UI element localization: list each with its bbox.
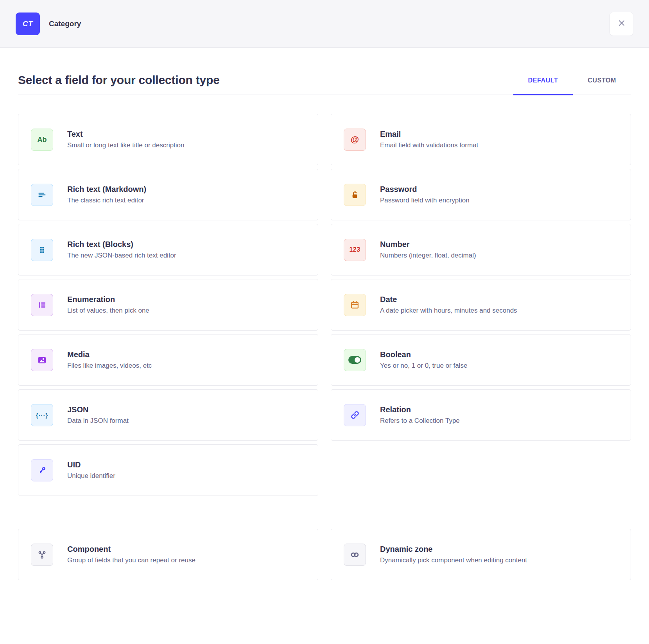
field-card-title: Enumeration bbox=[67, 295, 149, 304]
at-glyph: @ bbox=[351, 134, 359, 145]
advanced-field-grid: Component Group of fields that you can r… bbox=[18, 529, 631, 580]
field-card-description: Data in JSON format bbox=[67, 417, 129, 425]
lock-open-icon bbox=[344, 184, 366, 206]
field-card-title: Component bbox=[67, 545, 195, 554]
field-card-description: Files like images, videos, etc bbox=[67, 362, 152, 370]
blocks-dots-icon bbox=[31, 239, 53, 261]
field-card-component[interactable]: Component Group of fields that you can r… bbox=[18, 529, 318, 580]
field-card-description: The classic rich text editor bbox=[67, 197, 146, 204]
relation-link-icon bbox=[344, 404, 366, 426]
media-image-icon bbox=[31, 349, 53, 371]
number-123-icon: 123 bbox=[344, 239, 366, 261]
field-card-description: Dynamically pick component when editing … bbox=[380, 556, 527, 564]
field-card-description: Yes or no, 1 or 0, true or false bbox=[380, 362, 467, 370]
field-card-title: Rich text (Markdown) bbox=[67, 185, 146, 194]
ab-glyph: Ab bbox=[38, 136, 47, 144]
field-card-description: List of values, then pick one bbox=[67, 307, 149, 315]
field-card-uid[interactable]: UID Unique identifier bbox=[18, 444, 318, 496]
component-branch-icon bbox=[31, 544, 53, 566]
field-card-number[interactable]: 123 Number Numbers (integer, float, deci… bbox=[331, 224, 631, 275]
close-icon bbox=[617, 18, 626, 29]
close-button[interactable] bbox=[610, 12, 633, 36]
field-card-title: Media bbox=[67, 350, 152, 359]
enumeration-list-icon bbox=[31, 294, 53, 316]
field-card-relation[interactable]: Relation Refers to a Collection Type bbox=[331, 389, 631, 441]
email-at-icon: @ bbox=[344, 129, 366, 151]
field-card-title: Number bbox=[380, 240, 476, 249]
field-grid-left-column: Ab Text Small or long text like title or… bbox=[18, 114, 318, 496]
modal-body: Select a field for your collection type … bbox=[0, 48, 649, 580]
field-card-title: UID bbox=[67, 460, 115, 469]
field-card-title: Text bbox=[67, 130, 185, 139]
field-card-text[interactable]: Ab Text Small or long text like title or… bbox=[18, 114, 318, 165]
field-card-date[interactable]: Date A date picker with hours, minutes a… bbox=[331, 279, 631, 331]
field-card-description: A date picker with hours, minutes and se… bbox=[380, 307, 517, 315]
page-title: Select a field for your collection type bbox=[18, 73, 220, 95]
field-card-password[interactable]: Password Password field with encryption bbox=[331, 169, 631, 220]
calendar-icon bbox=[344, 294, 366, 316]
field-card-title: Dynamic zone bbox=[380, 545, 527, 554]
field-card-description: Unique identifier bbox=[67, 472, 115, 480]
uid-key-icon bbox=[31, 459, 53, 481]
field-card-boolean[interactable]: Boolean Yes or no, 1 or 0, true or false bbox=[331, 334, 631, 386]
field-grid: Ab Text Small or long text like title or… bbox=[18, 114, 631, 496]
field-card-json[interactable]: {···} JSON Data in JSON format bbox=[18, 389, 318, 441]
collection-type-name: Category bbox=[49, 20, 81, 28]
field-card-media[interactable]: Media Files like images, videos, etc bbox=[18, 334, 318, 386]
field-card-email[interactable]: @ Email Email field with validations for… bbox=[331, 114, 631, 165]
field-card-title: Boolean bbox=[380, 350, 467, 359]
field-card-title: Relation bbox=[380, 405, 460, 414]
json-braces-icon: {···} bbox=[31, 404, 53, 426]
braces-glyph: {···} bbox=[36, 412, 48, 419]
field-card-description: Group of fields that you can repeat or r… bbox=[67, 556, 195, 564]
field-card-description: Password field with encryption bbox=[380, 197, 470, 204]
modal-header: CT Category bbox=[0, 0, 649, 48]
field-grid-right-column: @ Email Email field with validations for… bbox=[331, 114, 631, 441]
boolean-toggle-icon bbox=[344, 349, 366, 371]
field-card-dynamic-zone[interactable]: Dynamic zone Dynamically pick component … bbox=[331, 529, 631, 580]
field-card-richtext-markdown[interactable]: Rich text (Markdown) The classic rich te… bbox=[18, 169, 318, 220]
field-card-enumeration[interactable]: Enumeration List of values, then pick on… bbox=[18, 279, 318, 331]
field-card-description: Email field with validations format bbox=[380, 141, 478, 149]
toggle-on-glyph bbox=[348, 356, 361, 364]
field-card-title: Date bbox=[380, 295, 517, 304]
dynamic-zone-infinity-icon bbox=[344, 544, 366, 566]
field-card-description: The new JSON-based rich text editor bbox=[67, 252, 176, 259]
field-card-title: Password bbox=[380, 185, 470, 194]
title-row: Select a field for your collection type … bbox=[18, 73, 631, 95]
tab-bar: DEFAULT CUSTOM bbox=[513, 77, 631, 95]
collection-type-badge: CT bbox=[16, 13, 40, 35]
tab-default[interactable]: DEFAULT bbox=[513, 77, 573, 95]
field-card-richtext-blocks[interactable]: Rich text (Blocks) The new JSON-based ri… bbox=[18, 224, 318, 275]
field-card-description: Small or long text like title or descrip… bbox=[67, 141, 185, 149]
field-card-description: Numbers (integer, float, decimal) bbox=[380, 252, 476, 259]
field-card-title: JSON bbox=[67, 405, 129, 414]
field-card-title: Rich text (Blocks) bbox=[67, 240, 176, 249]
collection-type-badge-label: CT bbox=[23, 20, 33, 28]
text-field-icon: Ab bbox=[31, 129, 53, 151]
field-card-description: Refers to a Collection Type bbox=[380, 417, 460, 425]
tab-custom[interactable]: CUSTOM bbox=[573, 77, 631, 95]
number-glyph: 123 bbox=[349, 246, 360, 253]
markdown-lines-icon bbox=[31, 184, 53, 206]
field-card-title: Email bbox=[380, 130, 478, 139]
